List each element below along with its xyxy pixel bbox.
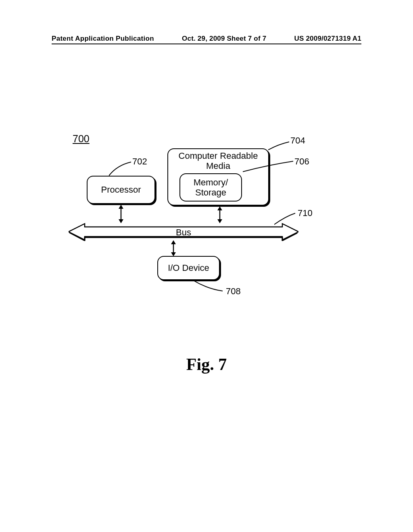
lead-line-708	[194, 279, 226, 293]
processor-block: Processor	[87, 176, 155, 204]
page-header: Patent Application Publication Oct. 29, …	[0, 35, 413, 43]
processor-label: Processor	[101, 185, 141, 195]
io-label: I/O Device	[168, 263, 209, 273]
header-date-sheet: Oct. 29, 2009 Sheet 7 of 7	[182, 35, 266, 43]
connector-processor-bus	[117, 205, 125, 223]
bus-block: Bus	[69, 222, 298, 241]
lead-line-710	[274, 212, 298, 226]
connector-crm-bus	[216, 206, 224, 223]
figure-caption: Fig. 7	[0, 355, 413, 374]
svg-marker-9	[171, 252, 176, 256]
header-divider	[52, 44, 361, 44]
header-pub-number: US 2009/0271319 A1	[294, 35, 361, 43]
svg-marker-5	[217, 206, 222, 210]
connector-bus-io	[169, 240, 177, 256]
crm-label-line2: Media	[206, 161, 230, 171]
block-diagram: 700 Processor Computer Readable Media Me…	[69, 133, 331, 314]
svg-marker-8	[171, 240, 176, 244]
header-publication: Patent Application Publication	[52, 35, 154, 43]
memory-label-line1: Memory/	[194, 177, 228, 187]
crm-label-line1: Computer Readable	[179, 151, 258, 161]
svg-marker-2	[119, 205, 123, 209]
ref-706: 706	[294, 156, 309, 167]
ref-710: 710	[298, 208, 313, 218]
ref-708: 708	[226, 286, 241, 297]
memory-storage-block: Memory/ Storage	[179, 173, 242, 202]
lead-line-704	[268, 141, 292, 153]
ref-702: 702	[132, 156, 147, 167]
svg-marker-3	[119, 219, 123, 223]
ref-704: 704	[290, 135, 305, 146]
memory-label-line2: Storage	[195, 187, 226, 197]
figure-reference-number: 700	[73, 133, 90, 145]
io-device-block: I/O Device	[157, 256, 220, 280]
bus-label: Bus	[69, 227, 298, 238]
lead-line-706	[243, 160, 295, 172]
svg-marker-6	[217, 219, 222, 223]
